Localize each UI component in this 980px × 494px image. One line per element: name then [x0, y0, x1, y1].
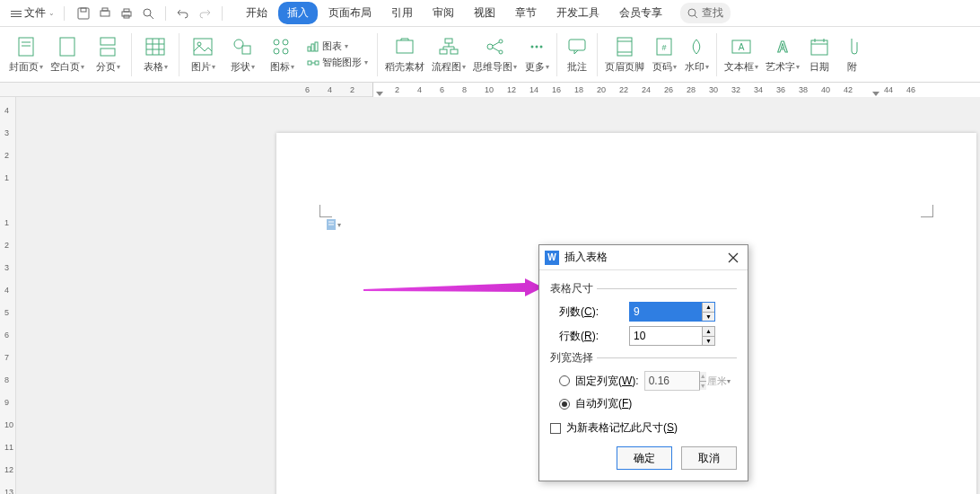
svg-rect-30	[308, 47, 311, 51]
table-icon	[144, 35, 167, 58]
svg-rect-36	[397, 40, 413, 53]
svg-rect-2	[101, 11, 109, 16]
remember-label: 为新表格记忆此尺寸(S)	[566, 420, 678, 436]
page-break-button[interactable]: 分页▾	[88, 33, 127, 75]
docer-button[interactable]: 稻壳素材	[381, 33, 428, 75]
cancel-button[interactable]: 取消	[681, 446, 737, 470]
search-box[interactable]: 查找	[680, 3, 731, 23]
header-footer-button[interactable]: 页眉页脚	[601, 33, 648, 75]
svg-text:#: #	[661, 43, 666, 52]
chevron-down-icon: ⌄	[48, 9, 55, 17]
svg-rect-25	[242, 46, 250, 54]
group-table-size: 表格尺寸	[550, 281, 737, 296]
unit-label: 厘米▾	[707, 375, 731, 388]
print-icon[interactable]	[118, 5, 135, 22]
page-break-icon	[96, 35, 119, 58]
horizontal-ruler[interactable]: 6 4 2 2 4 6 8 10 12 14 16 18 20 22 24 26…	[0, 83, 980, 97]
page-number-button[interactable]: #页码▾	[648, 33, 680, 75]
chart-smartart-group: 图表▾ 智能图形▾	[302, 39, 373, 70]
blank-page-button[interactable]: 空白页▾	[47, 33, 88, 75]
tab-member[interactable]: 会员专享	[610, 2, 671, 24]
menubar: 文件 ⌄ 开始 插入 页面布局 引用 审阅 视图 章节 开发工具 会员专享 查找	[0, 0, 980, 27]
undo-icon[interactable]	[175, 5, 191, 22]
spin-down-icon[interactable]: ▼	[703, 313, 714, 322]
spin-up-icon[interactable]: ▲	[703, 303, 714, 313]
preview-icon[interactable]	[140, 5, 156, 22]
blank-page-icon	[56, 35, 79, 58]
table-button[interactable]: 表格▾	[136, 33, 175, 75]
picture-button[interactable]: 图片▾	[183, 33, 223, 75]
mindmap-button[interactable]: 思维导图▾	[469, 33, 521, 75]
spin-up-icon[interactable]: ▲	[703, 327, 714, 337]
ok-button[interactable]: 确定	[617, 446, 672, 470]
svg-rect-37	[445, 39, 452, 43]
watermark-button[interactable]: 水印▾	[680, 33, 713, 75]
flowchart-icon	[437, 35, 460, 58]
columns-spinner[interactable]: ▲▼	[629, 302, 715, 322]
separator	[556, 33, 557, 76]
file-menu[interactable]: 文件 ⌄	[5, 4, 60, 22]
svg-rect-0	[78, 8, 89, 19]
dialog-titlebar[interactable]: W 插入表格	[539, 245, 748, 270]
attachment-button[interactable]: 附	[836, 33, 868, 75]
dialog-title: 插入表格	[564, 250, 608, 265]
mindmap-icon	[484, 35, 507, 58]
separator	[597, 33, 598, 76]
tab-pagelayout[interactable]: 页面布局	[319, 2, 381, 24]
rows-input[interactable]	[630, 327, 702, 345]
svg-rect-15	[101, 38, 115, 45]
separator	[64, 6, 65, 21]
tab-insert[interactable]: 插入	[278, 2, 318, 24]
indent-marker[interactable]	[376, 92, 383, 96]
docer-icon	[393, 35, 416, 58]
svg-marker-68	[363, 278, 543, 296]
tab-chapter[interactable]: 章节	[506, 2, 546, 24]
redo-icon[interactable]	[197, 5, 213, 22]
comment-button[interactable]: 批注	[561, 33, 593, 75]
hamburger-icon	[11, 9, 22, 18]
fixed-width-radio[interactable]	[559, 375, 570, 386]
paragraph-control-icon[interactable]: ▾	[326, 218, 341, 231]
vertical-ruler[interactable]: 4 3 2 1 1 2 3 4 5 6 7 8 9 10 11 12 13	[0, 97, 16, 494]
wordart-button[interactable]: A艺术字▾	[762, 33, 803, 75]
more-button[interactable]: 更多▾	[521, 33, 553, 75]
save-icon[interactable]	[75, 5, 92, 22]
tab-review[interactable]: 审阅	[424, 2, 463, 24]
svg-point-7	[144, 9, 151, 16]
svg-rect-33	[308, 61, 311, 65]
chart-button[interactable]: 图表▾	[307, 39, 368, 54]
close-button[interactable]	[724, 249, 742, 267]
date-button[interactable]: 日期	[803, 33, 836, 75]
tab-start[interactable]: 开始	[237, 2, 276, 24]
svg-rect-31	[311, 44, 314, 51]
print-preview-icon[interactable]	[97, 5, 113, 22]
flowchart-button[interactable]: 流程图▾	[428, 33, 469, 75]
icons-icon	[270, 35, 293, 58]
spin-down-icon[interactable]: ▼	[703, 337, 714, 346]
smartart-button[interactable]: 智能图形▾	[307, 55, 368, 70]
shapes-button[interactable]: 形状▾	[223, 33, 262, 75]
cover-page-button[interactable]: 封面页▾	[5, 33, 47, 75]
tab-references[interactable]: 引用	[382, 2, 422, 24]
remember-checkbox[interactable]	[550, 423, 561, 434]
insert-table-dialog: W 插入表格 表格尺寸 列数(C): ▲▼ 行数(R): ▲▼ 列宽选择 固定列…	[538, 244, 748, 481]
tab-devtools[interactable]: 开发工具	[547, 2, 608, 24]
textbox-button[interactable]: A文本框▾	[721, 33, 762, 75]
margin-corner-tr	[921, 205, 933, 217]
annotation-arrow	[363, 278, 543, 305]
rows-spinner[interactable]: ▲▼	[629, 326, 715, 346]
svg-rect-39	[451, 49, 458, 54]
columns-label: 列数(C):	[559, 304, 622, 320]
right-indent-marker[interactable]	[872, 92, 879, 96]
auto-width-radio[interactable]	[559, 399, 570, 410]
fixed-width-label: 固定列宽(W):	[575, 374, 639, 389]
textbox-icon: A	[730, 35, 753, 58]
file-label: 文件	[24, 5, 46, 21]
separator	[165, 6, 166, 21]
svg-rect-16	[101, 49, 115, 56]
columns-input[interactable]	[630, 303, 702, 321]
tab-view[interactable]: 视图	[465, 2, 504, 24]
app-icon: W	[545, 251, 559, 265]
watermark-icon	[685, 35, 708, 58]
icons-button[interactable]: 图标▾	[262, 33, 302, 75]
